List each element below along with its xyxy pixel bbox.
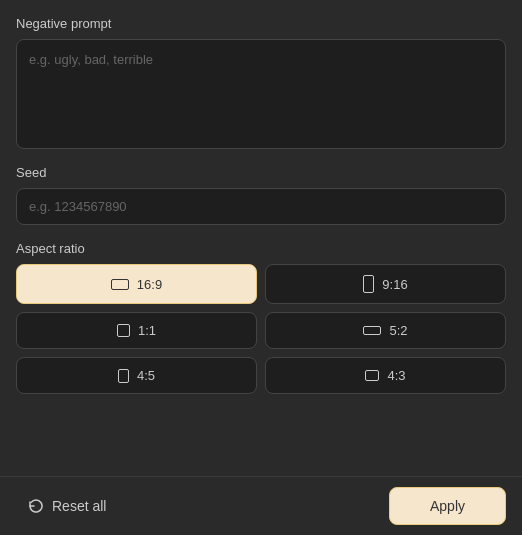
negative-prompt-section: Negative prompt	[16, 16, 506, 149]
aspect-btn-16-9[interactable]: 16:9	[16, 264, 257, 304]
apply-label: Apply	[430, 498, 465, 514]
aspect-label-1-1: 1:1	[138, 323, 156, 338]
landscape-icon	[365, 370, 379, 381]
aspect-btn-9-16[interactable]: 9:16	[265, 264, 506, 304]
reset-button[interactable]: Reset all	[16, 490, 118, 522]
reset-label: Reset all	[52, 498, 106, 514]
ultrawide-icon	[363, 326, 381, 335]
aspect-ratio-label: Aspect ratio	[16, 241, 506, 256]
aspect-btn-5-2[interactable]: 5:2	[265, 312, 506, 349]
negative-prompt-label: Negative prompt	[16, 16, 506, 31]
wide-icon	[111, 279, 129, 290]
tall-icon	[363, 275, 374, 293]
aspect-btn-4-3[interactable]: 4:3	[265, 357, 506, 394]
aspect-ratio-grid: 16:9 9:16 1:1 5:2 4:5 4:3	[16, 264, 506, 394]
aspect-label-9-16: 9:16	[382, 277, 407, 292]
aspect-btn-4-5[interactable]: 4:5	[16, 357, 257, 394]
aspect-label-16-9: 16:9	[137, 277, 162, 292]
aspect-btn-1-1[interactable]: 1:1	[16, 312, 257, 349]
negative-prompt-input[interactable]	[16, 39, 506, 149]
seed-label: Seed	[16, 165, 506, 180]
aspect-label-4-5: 4:5	[137, 368, 155, 383]
apply-button[interactable]: Apply	[389, 487, 506, 525]
main-container: Negative prompt Seed Aspect ratio 16:9 9…	[0, 0, 522, 476]
square-icon	[117, 324, 130, 337]
portrait-icon	[118, 369, 129, 383]
seed-input[interactable]	[16, 188, 506, 225]
aspect-label-5-2: 5:2	[389, 323, 407, 338]
reset-icon	[28, 498, 44, 514]
aspect-ratio-section: Aspect ratio 16:9 9:16 1:1 5:2 4:5	[16, 241, 506, 394]
bottom-bar: Reset all Apply	[0, 476, 522, 535]
aspect-label-4-3: 4:3	[387, 368, 405, 383]
seed-section: Seed	[16, 165, 506, 225]
